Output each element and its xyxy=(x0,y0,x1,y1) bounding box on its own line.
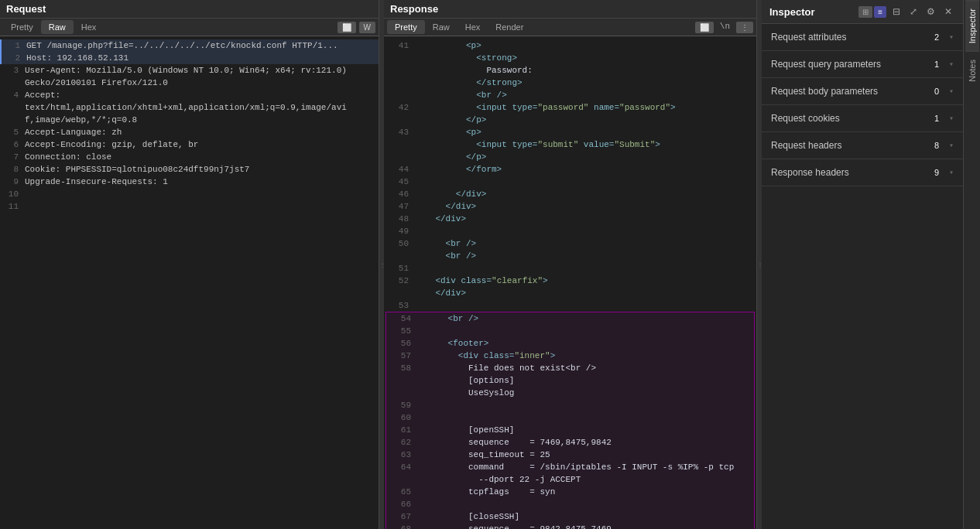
resp-line-56: 56 <footer> xyxy=(386,337,754,350)
request-line-5: 5 Accept-Language: zh xyxy=(0,126,379,138)
resp-line-51: 51 xyxy=(384,262,756,275)
resp-line-60: 60 xyxy=(386,411,754,424)
resp-line-65: 65 tcpflags = syn xyxy=(386,486,754,498)
inspector-settings-btn[interactable]: ⚙ xyxy=(923,5,938,19)
inspector-item-1[interactable]: Request query parameters 1 ▾ xyxy=(762,51,963,78)
resp-line-57: 57 <div class="inner"> xyxy=(386,350,754,362)
chevron-down-icon-5: ▾ xyxy=(949,168,954,177)
response-title: Response xyxy=(384,0,756,19)
inspector-item-5[interactable]: Response headers 9 ▾ xyxy=(762,159,963,186)
resp-line-66: 66 xyxy=(386,498,754,510)
tab-pretty-resp[interactable]: Pretty xyxy=(387,20,425,34)
resp-line-49: 49 xyxy=(384,225,756,237)
resp-line-43b: <input type="submit" value="Submit"> xyxy=(384,138,756,151)
response-more-btn[interactable]: ⋮ xyxy=(736,22,753,33)
inspector-item-label-3: Request cookies xyxy=(771,113,840,124)
request-line-3b: Gecko/20100101 Firefox/121.0 xyxy=(0,77,379,89)
resp-line-48: 48 </div> xyxy=(384,213,756,225)
tab-raw[interactable]: Raw xyxy=(41,20,74,34)
inspector-item-right-1: 1 ▾ xyxy=(930,60,954,69)
inspector-item-label-5: Response headers xyxy=(771,167,849,178)
side-tab-notes[interactable]: Notes xyxy=(965,51,979,90)
tab-pretty[interactable]: Pretty xyxy=(3,20,41,34)
inspector-panel: Inspector ⊞ ≡ ⊟ ⤢ ⚙ ✕ Request attributes… xyxy=(762,0,963,529)
inspector-items-list: Request attributes 2 ▾ Request query par… xyxy=(762,24,963,529)
inspector-view-buttons: ⊞ ≡ xyxy=(858,6,886,18)
resp-line-54: 54 <br /> xyxy=(386,312,754,325)
inspector-item-3[interactable]: Request cookies 1 ▾ xyxy=(762,105,963,132)
inspector-header: Inspector ⊞ ≡ ⊟ ⤢ ⚙ ✕ xyxy=(762,0,963,24)
resp-line-59: 59 xyxy=(386,399,754,411)
request-tab-actions: ⬜ W xyxy=(338,22,375,33)
chevron-down-icon-3: ▾ xyxy=(949,114,954,123)
request-more-btn[interactable]: W xyxy=(359,22,375,33)
resp-line-61: 61 [openSSH] xyxy=(386,424,754,436)
inspector-item-label-1: Request query parameters xyxy=(771,59,881,70)
resp-line-62: 62 sequence = 7469,8475,9842 xyxy=(386,436,754,449)
resp-line-44: 44 </form> xyxy=(384,163,756,176)
response-tab-actions: ⬜ \n ⋮ xyxy=(695,22,753,33)
inspector-grid-btn[interactable]: ⊞ xyxy=(858,6,872,18)
resp-line-64: 64 command = /sbin/iptables -I INPUT -s … xyxy=(386,461,754,473)
tab-raw-resp[interactable]: Raw xyxy=(425,20,457,34)
inspector-align-btn[interactable]: ⊟ xyxy=(889,5,903,19)
side-tabs: Inspector Notes xyxy=(963,0,980,529)
inspector-item-4[interactable]: Request headers 8 ▾ xyxy=(762,132,963,159)
inspector-icon-bar: ⊞ ≡ ⊟ ⤢ ⚙ ✕ xyxy=(858,5,955,19)
resp-line-42: 42 <input type="password" name="password… xyxy=(384,101,756,114)
inspector-item-right-0: 2 ▾ xyxy=(930,32,954,42)
inspector-expand-btn[interactable]: ⤢ xyxy=(906,5,920,19)
side-tab-inspector[interactable]: Inspector xyxy=(965,0,979,51)
inspector-item-right-2: 0 ▾ xyxy=(930,87,954,96)
resp-line-50b: <br /> xyxy=(384,250,756,262)
inspector-list-btn[interactable]: ≡ xyxy=(874,6,886,18)
inspector-badge-5: 9 xyxy=(930,168,943,177)
resp-line-55: 55 xyxy=(386,325,754,337)
request-line-3a: 3 User-Agent: Mozilla/5.0 (Windows NT 10… xyxy=(0,64,379,77)
resp-line-46: 46 </div> xyxy=(384,188,756,200)
resp-line-41d: </strong> xyxy=(384,77,756,89)
inspector-item-right-5: 9 ▾ xyxy=(930,168,954,177)
resp-line-43: 43 <p> xyxy=(384,126,756,138)
tab-hex[interactable]: Hex xyxy=(74,20,105,34)
tab-hex-resp[interactable]: Hex xyxy=(457,20,488,34)
resp-line-43c: </p> xyxy=(384,151,756,163)
resp-line-42b: </p> xyxy=(384,114,756,126)
chevron-down-icon-2: ▾ xyxy=(949,87,954,96)
request-line-6: 6 Accept-Encoding: gzip, deflate, br xyxy=(0,138,379,151)
response-copy-btn[interactable]: ⬜ xyxy=(695,22,714,33)
resp-line-64b: --dport 22 -j ACCEPT xyxy=(386,473,754,486)
inspector-item-label-0: Request attributes xyxy=(771,32,846,43)
resp-line-58b: [options] xyxy=(386,374,754,387)
request-panel: Request Pretty Raw Hex ⬜ W 1 GET /manage… xyxy=(0,0,379,529)
inspector-badge-1: 1 xyxy=(930,60,943,69)
resp-line-41: 41 <p> xyxy=(384,39,756,52)
inspector-item-right-4: 8 ▾ xyxy=(930,141,954,150)
inspector-close-btn[interactable]: ✕ xyxy=(941,5,955,19)
resp-line-58: 58 File does not exist<br /> xyxy=(386,362,754,374)
request-code-area[interactable]: 1 GET /manage.php?file=../../../../../et… xyxy=(0,36,379,529)
tab-render-resp[interactable]: Render xyxy=(488,20,531,34)
request-tab-bar: Pretty Raw Hex ⬜ W xyxy=(0,19,379,36)
resp-line-58c: UseSyslog xyxy=(386,387,754,399)
chevron-down-icon-0: ▾ xyxy=(949,32,954,42)
request-line-4c: f,image/webp,*/*;q=0.8 xyxy=(0,114,379,126)
response-code-area[interactable]: 41 <p> <strong> Password: </strong> <br … xyxy=(384,36,756,529)
response-ln-indicator: \n xyxy=(720,22,730,33)
request-line-9: 9 Upgrade-Insecure-Requests: 1 xyxy=(0,176,379,188)
request-title: Request xyxy=(0,0,379,19)
inspector-item-2[interactable]: Request body parameters 0 ▾ xyxy=(762,78,963,105)
resp-line-41e: <br /> xyxy=(384,89,756,101)
request-line-10: 10 xyxy=(0,188,379,200)
resp-line-67: 67 [closeSSH] xyxy=(386,510,754,523)
inspector-item-0[interactable]: Request attributes 2 ▾ xyxy=(762,24,963,51)
resp-line-52: 52 <div class="clearfix"> xyxy=(384,275,756,287)
inspector-item-label-4: Request headers xyxy=(771,140,841,151)
inspector-badge-4: 8 xyxy=(930,141,943,150)
chevron-down-icon-1: ▾ xyxy=(949,60,954,69)
inspector-badge-0: 2 xyxy=(930,32,943,42)
inspector-item-right-3: 1 ▾ xyxy=(930,114,954,123)
request-copy-btn[interactable]: ⬜ xyxy=(338,22,356,33)
request-line-7: 7 Connection: close xyxy=(0,151,379,163)
resp-line-63: 63 seq_timeout = 25 xyxy=(386,449,754,461)
